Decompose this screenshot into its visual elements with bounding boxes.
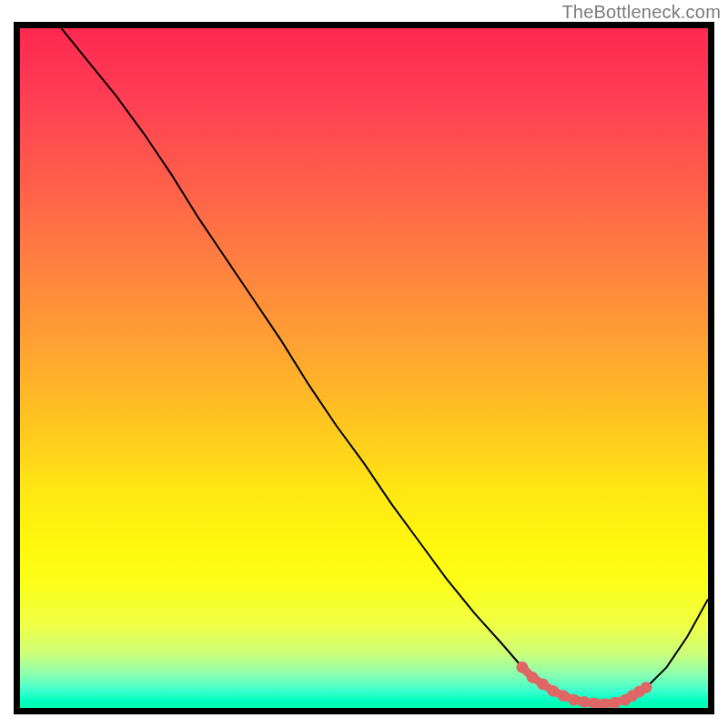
optimal-range-layer [20,28,708,708]
chart-frame: TheBottleneck.com [0,0,728,728]
optimal-range-overlay [522,667,646,703]
plot-area [14,22,714,714]
watermark-text: TheBottleneck.com [561,2,721,23]
